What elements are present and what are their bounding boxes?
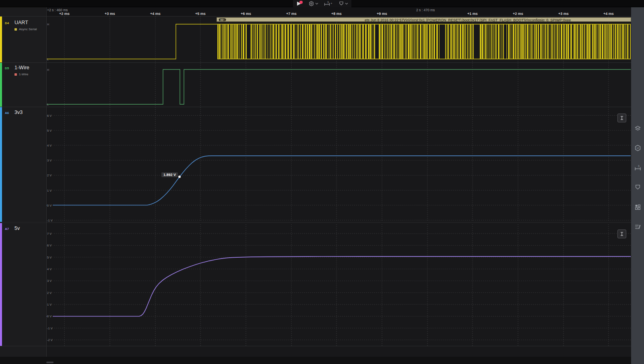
channel-color-strip	[0, 107, 2, 222]
ruler-tick-label: +2 ms	[513, 12, 523, 16]
ruler-tick-label: +2 ms	[59, 12, 70, 16]
uart-decode-bar[interactable]: 99+ets Jun 8 2016 00:22:57\r\n\r\nrst:0x…	[217, 17, 631, 22]
ruler-tick-label: +4 ms	[603, 12, 614, 16]
channel-label-column: D4UARTAsync SerialD51-Wire1-WireA63v3A75…	[0, 7, 46, 357]
voltage-scale-label: -2 V	[47, 338, 54, 342]
label-wave-divider	[46, 0, 47, 357]
voltage-cursor-dot	[178, 176, 181, 178]
voltage-scale-label: -1 V	[47, 326, 54, 330]
decode-overflow-badge: 99+	[219, 18, 226, 21]
ibeam-icon	[619, 232, 624, 236]
panel-divider	[0, 16, 631, 17]
analyzers-layers-icon[interactable]	[634, 125, 641, 132]
measurement-ruler-icon: 3 +	[324, 1, 333, 6]
gear-icon	[308, 1, 314, 6]
voltage-scale-label: 7 V	[47, 232, 53, 236]
voltage-scale-label: 6 V	[47, 244, 53, 247]
voltage-scale-label: 5 V	[47, 255, 53, 259]
channel-id: D5	[5, 66, 9, 70]
uart-decoded-text: ets Jun 8 2016 00:22:57\r\n\r\nrst:0x1 (…	[365, 18, 571, 22]
ibeam-icon	[619, 116, 624, 120]
channel-color-strip	[0, 17, 2, 63]
capture-notes-icon[interactable]	[634, 223, 641, 230]
voltage-scale-label: 2 V	[47, 291, 53, 294]
panel-divider	[0, 62, 631, 63]
plus-glyph: +	[330, 2, 332, 5]
voltage-scale-label: 6 V	[47, 114, 53, 117]
voltage-cursor-value: 1.892 V	[163, 173, 176, 177]
waveform-area[interactable]: HL99+ets Jun 8 2016 00:22:57\r\n\r\nrst:…	[46, 17, 631, 357]
panel-divider	[0, 222, 631, 223]
ruler-tick-label: +1 ms	[467, 12, 478, 16]
top-toolbar: 3 +	[0, 0, 644, 7]
chevron-down-icon	[345, 2, 348, 5]
analyzer-name: Async Serial	[19, 27, 37, 31]
ruler-tick-label: +9 ms	[377, 12, 387, 16]
add-measurement-button[interactable]: 3 +	[324, 1, 333, 6]
analog-measure-button-3v3[interactable]	[617, 114, 626, 122]
voltage-scale-label: 0 V	[47, 203, 53, 207]
analyzer-row[interactable]: Async Serial	[14, 27, 37, 31]
voltage-scale-label: 3 V	[47, 159, 53, 162]
channel-id: D4	[5, 21, 9, 25]
voltage-scale-label: 5 V	[47, 128, 53, 132]
voltage-scale-label: 1 V	[47, 303, 53, 306]
record-play-button[interactable]	[296, 1, 303, 6]
panel-divider	[0, 346, 631, 346]
hex-1f-glyph: 1F	[636, 147, 639, 149]
logic-level-marker: H	[47, 23, 49, 26]
ruler-tick-label: +3 ms	[105, 12, 115, 16]
analyzer-name: 1-Wire	[19, 72, 29, 76]
voltage-cursor-tooltip: 1.892 V	[161, 172, 178, 177]
analyzer-row[interactable]: 1-Wire	[14, 72, 29, 76]
chevron-down-icon	[315, 2, 318, 5]
channel-color-strip	[0, 63, 2, 107]
ruler-tick-label: +5 ms	[195, 12, 206, 16]
channel-name: 5v	[14, 225, 20, 231]
right-sidebar: 1F 3	[631, 7, 644, 364]
capture-settings-button[interactable]	[308, 1, 318, 6]
measure-count-glyph: 3	[327, 1, 329, 4]
horizontal-scrollbar-thumb[interactable]	[46, 362, 54, 363]
voltage-scale-label: 4 V	[47, 267, 53, 271]
analyzer-color-icon	[14, 28, 17, 31]
channel-name: 1-Wire	[14, 65, 29, 70]
hex-data-icon[interactable]: 1F	[634, 145, 641, 151]
channel-id: A6	[5, 111, 9, 115]
ruler-tick-label: +8 ms	[331, 12, 342, 16]
time-ruler[interactable]: +2 s : 460 ms 2 s : 470 ms +2 ms+3 ms+4 …	[46, 7, 631, 17]
channel-name: 3v3	[14, 110, 23, 115]
voltage-scale-label: 3 V	[47, 279, 53, 283]
flag-icon	[339, 1, 344, 6]
voltage-scale-label: 2 V	[47, 174, 53, 177]
logic-level-marker: L	[47, 58, 49, 60]
voltage-scale-label: 0 V	[47, 314, 53, 318]
logic-level-marker: H	[47, 68, 49, 71]
ruler-tick-label: +6 ms	[241, 12, 251, 16]
analyzer-color-icon	[14, 73, 17, 76]
ruler-tick-label: +7 ms	[286, 12, 297, 16]
voltage-scale-label: 1 V	[47, 188, 53, 192]
ruler-center-anchor-label: 2 s : 470 ms	[416, 8, 435, 12]
capture-toolbar: 3 +	[293, 0, 351, 7]
panel-divider	[0, 107, 631, 107]
ruler-tick-label: +3 ms	[558, 12, 569, 16]
timing-marker-button[interactable]	[339, 1, 348, 6]
svg-text:3: 3	[638, 165, 639, 168]
timing-markers-flag-icon[interactable]	[634, 184, 641, 191]
channel-id: A7	[5, 227, 9, 231]
analog-measure-button-5v[interactable]	[617, 230, 626, 238]
bottom-scroll-strip	[0, 357, 631, 364]
logic-analyzer-app: 3 + +2 s : 460 ms 2 s : 470 ms +2 ms+3 m…	[0, 0, 644, 364]
extensions-grid-icon[interactable]	[634, 204, 641, 211]
voltage-scale-label: 4 V	[47, 143, 53, 147]
channel-name: UART	[14, 20, 28, 25]
channel-color-strip	[0, 222, 2, 346]
ruler-tick-label: +4 ms	[150, 12, 161, 16]
logic-level-marker: L	[47, 103, 49, 106]
measurements-ruler-icon[interactable]: 3	[634, 164, 641, 171]
